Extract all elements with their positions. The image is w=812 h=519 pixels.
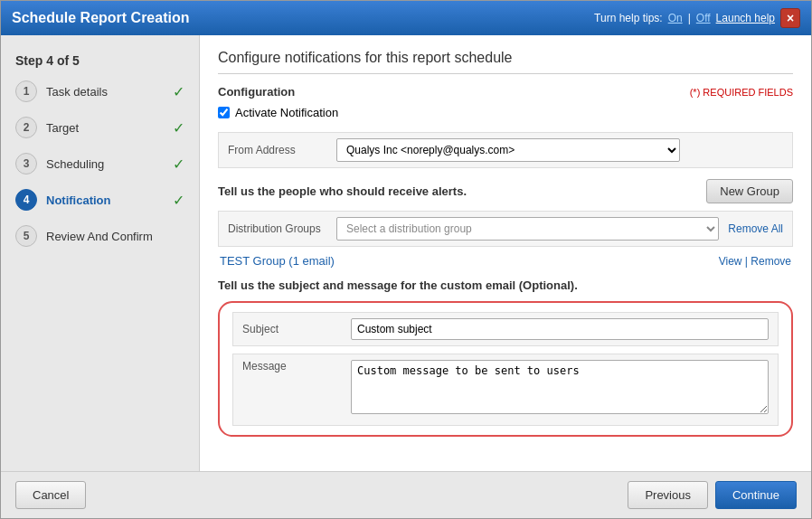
cancel-button[interactable]: Cancel <box>15 481 86 509</box>
dialog-title: Schedule Report Creation <box>12 10 189 26</box>
dialog-body: Step 4 of 5 1 Task details ✓ 2 Target ✓ … <box>1 35 811 471</box>
close-button[interactable]: × <box>780 8 800 28</box>
subject-row: Subject <box>232 312 779 346</box>
subject-input[interactable] <box>351 318 769 340</box>
step-name-2: Target <box>46 121 169 135</box>
alerts-text: Tell us the people who should receive al… <box>218 184 467 198</box>
remove-link[interactable]: Remove <box>751 255 791 268</box>
check-icon-2: ✓ <box>173 119 184 137</box>
sidebar-item-task-details[interactable]: 1 Task details ✓ <box>1 73 199 109</box>
config-label: Configuration <box>218 85 295 99</box>
optional-label: Tell us the subject and message for the … <box>218 278 793 292</box>
check-icon-4: ✓ <box>173 192 184 209</box>
previous-button[interactable]: Previous <box>628 481 708 509</box>
from-address-row: From Address Qualys Inc <noreply@qualys.… <box>218 132 793 168</box>
dist-groups-label: Distribution Groups <box>228 222 336 235</box>
sidebar: Step 4 of 5 1 Task details ✓ 2 Target ✓ … <box>1 35 200 471</box>
step-name-4: Notification <box>46 193 169 207</box>
distribution-row: Distribution Groups Select a distributio… <box>218 211 793 247</box>
config-header: Configuration (*) REQUIRED FIELDS <box>218 85 793 99</box>
step-number-1: 1 <box>15 80 37 102</box>
help-off-link[interactable]: Off <box>696 12 711 24</box>
activate-label: Activate Notification <box>235 106 338 119</box>
alerts-row: Tell us the people who should receive al… <box>218 179 793 203</box>
launch-help-link[interactable]: Launch help <box>716 12 775 24</box>
remove-all-link[interactable]: Remove All <box>728 222 783 235</box>
activate-checkbox[interactable] <box>218 107 230 118</box>
section-title: Configure notifications for this report … <box>218 50 793 74</box>
custom-email-section: Subject Message Custom message to be sen… <box>218 301 793 437</box>
subject-label: Subject <box>242 323 351 335</box>
view-link[interactable]: View <box>719 255 742 268</box>
step-name-1: Task details <box>46 85 169 99</box>
step-number-3: 3 <box>15 153 37 175</box>
step-name-5: Review And Confirm <box>46 230 184 243</box>
step-number-5: 5 <box>15 225 37 247</box>
sidebar-item-scheduling[interactable]: 3 Scheduling ✓ <box>1 146 199 182</box>
required-fields-label: (*) REQUIRED FIELDS <box>690 87 793 98</box>
sidebar-item-target[interactable]: 2 Target ✓ <box>1 109 199 146</box>
sidebar-item-notification[interactable]: 4 Notification ✓ <box>1 182 199 218</box>
new-group-button[interactable]: New Group <box>706 179 793 203</box>
dialog-header: Schedule Report Creation Turn help tips:… <box>1 1 811 35</box>
sidebar-item-review[interactable]: 5 Review And Confirm <box>1 218 199 254</box>
group-name[interactable]: TEST Group (1 email) <box>220 254 335 268</box>
step-label: Step 4 of 5 <box>1 48 199 73</box>
step-number-2: 2 <box>15 117 37 138</box>
check-icon-3: ✓ <box>173 156 184 173</box>
main-content: Configure notifications for this report … <box>200 35 811 471</box>
group-row: TEST Group (1 email) View | Remove <box>218 254 793 268</box>
message-textarea[interactable]: Custom message to be sent to users <box>351 360 769 414</box>
from-address-select[interactable]: Qualys Inc <noreply@qualys.com> <box>336 138 680 162</box>
dialog-footer: Cancel Previous Continue <box>1 471 811 518</box>
check-icon-1: ✓ <box>173 83 184 100</box>
message-row: Message Custom message to be sent to use… <box>232 354 779 426</box>
help-tips-label: Turn help tips: <box>594 12 663 24</box>
step-number-4: 4 <box>15 189 37 211</box>
help-on-link[interactable]: On <box>668 12 683 24</box>
view-remove-links: View | Remove <box>719 255 791 268</box>
distribution-select[interactable]: Select a distribution group <box>336 217 719 241</box>
help-separator: | <box>688 12 691 24</box>
dialog-container: Schedule Report Creation Turn help tips:… <box>0 0 812 519</box>
step-name-3: Scheduling <box>46 157 169 171</box>
from-address-label: From Address <box>228 144 336 156</box>
continue-button[interactable]: Continue <box>715 481 797 509</box>
activate-row: Activate Notification <box>218 106 793 119</box>
header-right: Turn help tips: On | Off Launch help × <box>594 8 800 28</box>
footer-right: Previous Continue <box>628 481 797 509</box>
message-label: Message <box>242 360 351 373</box>
